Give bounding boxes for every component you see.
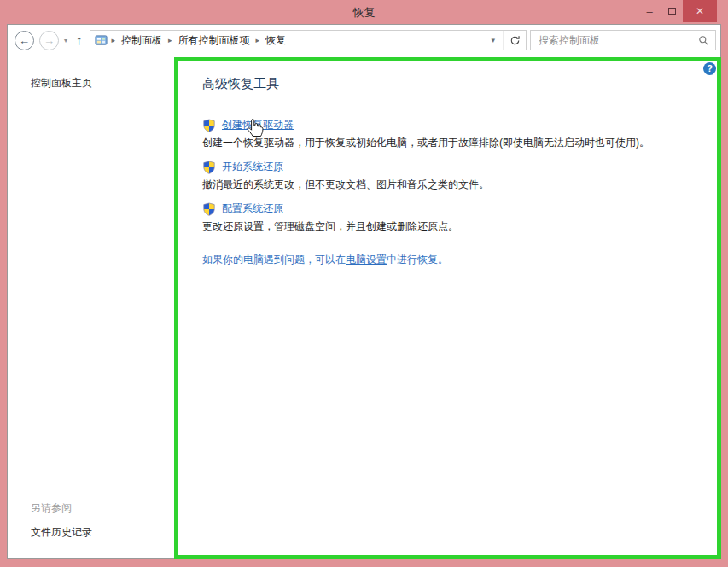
uac-shield-icon (202, 119, 216, 132)
close-icon: ✕ (696, 6, 704, 16)
uac-shield-icon (202, 202, 216, 216)
link-open-system-restore[interactable]: 开始系统还原 (222, 160, 283, 174)
maximize-icon (668, 8, 676, 15)
link-create-recovery-drive[interactable]: 创建恢复驱动器 (222, 118, 294, 132)
main-content: 高级恢复工具 创建恢复驱动器 创建一个恢复驱动器，用于恢复或初始化电脑，或者用于… (178, 61, 717, 267)
navigation-bar: ← → ▾ ↑ ▸ 控制面板 ▸ 所有控制面板项 ▸ 恢复 ▾ (8, 25, 720, 56)
minimize-button[interactable]: – (638, 0, 661, 22)
tool-description: 更改还原设置，管理磁盘空间，并且创建或删除还原点。 (202, 219, 696, 234)
refresh-button[interactable] (503, 31, 526, 50)
back-button[interactable]: ← (15, 31, 34, 50)
control-panel-icon (95, 34, 108, 47)
page-title: 高级恢复工具 (202, 76, 696, 92)
link-configure-system-restore[interactable]: 配置系统还原 (222, 202, 283, 216)
breadcrumb-all-items[interactable]: 所有控制面板项 (177, 33, 252, 48)
sidebar-item-file-history[interactable]: 文件历史记录 (31, 525, 92, 540)
recent-pages-dropdown[interactable]: ▾ (59, 37, 73, 44)
up-button[interactable]: ↑ (73, 33, 90, 48)
breadcrumb-separator-icon: ▸ (252, 36, 265, 44)
help-button[interactable]: ? (703, 62, 716, 75)
chevron-down-icon: ▾ (491, 36, 495, 44)
maximize-button[interactable] (661, 0, 683, 22)
link-pc-settings[interactable]: 电脑设置 (346, 254, 387, 266)
refresh-icon (510, 35, 521, 46)
search-icon[interactable] (698, 35, 709, 46)
tool-description: 撤消最近的系统更改，但不更改文档、图片和音乐之类的文件。 (202, 178, 696, 192)
tool-item-open-system-restore: 开始系统还原 撤消最近的系统更改，但不更改文档、图片和音乐之类的文件。 (202, 160, 696, 192)
breadcrumb-recovery[interactable]: 恢复 (264, 33, 288, 48)
minimize-icon: – (646, 6, 652, 17)
sidebar-see-also-group: 另请参阅 文件历史记录 (31, 501, 92, 540)
title-bar[interactable]: 恢复 – ✕ (0, 0, 728, 24)
sidebar: 控制面板主页 另请参阅 文件历史记录 (8, 57, 175, 558)
highlight-overlay: ? 高级恢复工具 创建恢复驱动器 创建一个恢复驱动器，用于恢复或初始化电脑，或者… (174, 57, 721, 559)
tool-item-configure-system-restore: 配置系统还原 更改还原设置，管理磁盘空间，并且创建或删除还原点。 (202, 202, 696, 234)
breadcrumb-separator-icon: ▸ (108, 36, 120, 44)
see-also-header: 另请参阅 (31, 501, 92, 516)
search-input[interactable] (537, 33, 698, 47)
forward-button[interactable]: → (39, 31, 59, 50)
breadcrumb-separator-icon: ▸ (164, 36, 177, 44)
up-arrow-icon: ↑ (76, 32, 83, 47)
tool-item-create-recovery-drive: 创建恢复驱动器 创建一个恢复驱动器，用于恢复或初始化电脑，或者用于故障排除(即使… (202, 118, 696, 150)
address-dropdown-button[interactable]: ▾ (483, 36, 503, 44)
uac-shield-icon (202, 161, 216, 174)
chevron-down-icon: ▾ (64, 37, 67, 44)
footer-text-after: 中进行恢复。 (387, 254, 448, 266)
forward-arrow-icon: → (44, 35, 55, 46)
window-controls: – ✕ (638, 0, 717, 22)
footer-text-before: 如果你的电脑遇到问题，可以在 (202, 254, 346, 266)
address-bar-controls: ▾ (483, 31, 526, 50)
help-icon: ? (707, 63, 713, 73)
window-title: 恢复 (0, 5, 728, 20)
back-arrow-icon: ← (19, 35, 30, 46)
search-box (530, 30, 716, 50)
address-bar[interactable]: ▸ 控制面板 ▸ 所有控制面板项 ▸ 恢复 ▾ (90, 30, 527, 50)
close-button[interactable]: ✕ (683, 0, 717, 22)
tool-description: 创建一个恢复驱动器，用于恢复或初始化电脑，或者用于故障排除(即使电脑无法启动时也… (202, 136, 696, 150)
breadcrumb-control-panel[interactable]: 控制面板 (119, 33, 164, 48)
sidebar-item-control-panel-home[interactable]: 控制面板主页 (31, 76, 92, 91)
pc-settings-recovery-line: 如果你的电脑遇到问题，可以在电脑设置中进行恢复。 (202, 253, 696, 267)
